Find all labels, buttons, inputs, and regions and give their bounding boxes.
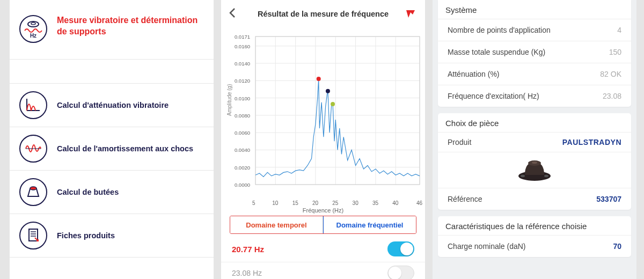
svg-point-36 — [532, 161, 537, 164]
result-header: Résultat de la mesure de fréquence — [221, 0, 425, 28]
chart-x-axis-label: Fréquence (Hz) — [230, 207, 416, 214]
system-label: Atténuation (%) — [448, 70, 500, 78]
vibration-icon: Hz — [19, 15, 47, 43]
svg-point-29 — [317, 77, 321, 81]
brand-logo-icon — [405, 8, 416, 22]
menu-item-shock-damping[interactable]: Calcul de l'amortissement aux chocs — [10, 127, 214, 171]
x-tick: 20 — [312, 200, 318, 206]
document-icon — [19, 222, 47, 249]
svg-point-31 — [331, 102, 335, 106]
characteristics-title: Caractéristiques de la référence choisie — [438, 222, 631, 235]
char-value: 70 — [613, 242, 621, 251]
y-tick: 0.0000 — [231, 182, 250, 188]
tab-time-domain[interactable]: Domaine temporel — [230, 216, 323, 233]
freq-1-toggle[interactable] — [387, 241, 414, 256]
y-tick: 0.0020 — [231, 165, 250, 171]
tab-frequency-domain[interactable]: Domaine fréquentiel — [323, 216, 416, 233]
system-title: Système — [438, 5, 631, 19]
y-tick: 0.0040 — [231, 147, 250, 153]
menu-label: Mesure vibratoire et détermination de su… — [57, 15, 204, 38]
y-tick: 0.0080 — [231, 113, 250, 119]
page-title: Résultat de la mesure de fréquence — [258, 10, 389, 18]
system-row[interactable]: Fréquence d'excitation( Hz)23.08 — [438, 85, 631, 107]
svg-point-4 — [30, 187, 36, 190]
menu-spacer — [10, 60, 214, 84]
menu-item-attenuation[interactable]: Calcul d'atténuation vibratoire — [10, 84, 214, 127]
domain-toggle: Domaine temporel Domaine fréquentiel — [230, 216, 416, 234]
menu-label: Fiches produits — [57, 231, 115, 240]
system-label: Fréquence d'excitation( Hz) — [448, 92, 539, 100]
shock-icon — [19, 135, 47, 163]
system-value: 82 OK — [600, 70, 621, 78]
system-row[interactable]: Nombre de points d'application4 — [438, 19, 631, 41]
system-value: 4 — [617, 26, 621, 34]
y-tick: 0.0120 — [231, 78, 250, 84]
freq-row-2: 23.08 Hz — [221, 262, 425, 279]
back-button[interactable] — [229, 8, 236, 21]
piece-card: Choix de pièce Produit PAULSTRADYN Référ… — [438, 113, 631, 210]
system-row[interactable]: Masse totale suspendue (Kg)150 — [438, 41, 631, 63]
x-tick: 40 — [392, 200, 398, 206]
product-row[interactable]: Produit PAULSTRADYN — [438, 132, 631, 152]
svg-text:Hz: Hz — [30, 33, 36, 39]
system-value: 23.08 — [603, 92, 621, 100]
menu-label: Calcul d'atténuation vibratoire — [57, 101, 169, 109]
peak-frequency-1: 20.77 Hz — [232, 245, 264, 254]
system-label: Nombre de points d'application — [448, 26, 551, 34]
menu-item-product-sheets[interactable]: Fiches produits — [10, 214, 214, 258]
x-tick: 46 — [416, 200, 422, 206]
menu-pane: Hz Mesure vibratoire et détermination de… — [10, 0, 214, 279]
svg-rect-28 — [255, 36, 420, 185]
menu-label: Calcul de butées — [57, 188, 119, 196]
menu-label: Calcul de l'amortissement aux chocs — [57, 144, 193, 153]
svg-point-1 — [31, 23, 35, 25]
attenuation-icon — [19, 91, 47, 119]
y-tick: 0.0060 — [231, 130, 250, 136]
product-image-row — [438, 152, 631, 188]
y-tick: 0.0140 — [231, 61, 250, 67]
x-tick: 15 — [292, 200, 298, 206]
system-value: 150 — [609, 48, 621, 56]
y-tick: 0.0160 — [231, 43, 250, 49]
reference-label: Référence — [448, 195, 482, 203]
system-label: Masse totale suspendue (Kg) — [448, 48, 545, 56]
detail-pane: Système Nombre de points d'application4M… — [433, 0, 636, 279]
char-label: Charge nominale (daN) — [448, 242, 526, 251]
menu-item-vibration-measure[interactable]: Hz Mesure vibratoire et détermination de… — [10, 12, 214, 60]
product-image-icon — [513, 156, 556, 182]
stops-icon — [19, 178, 47, 206]
x-tick: 25 — [332, 200, 338, 206]
svg-point-33 — [521, 175, 525, 177]
characteristics-card: Caractéristiques de la référence choisie… — [438, 216, 631, 257]
y-tick: 0.0171 — [231, 34, 250, 40]
x-tick: 5 — [252, 200, 255, 206]
reference-value: 533707 — [596, 195, 621, 203]
piece-title: Choix de pièce — [438, 119, 631, 132]
y-tick: 0.0100 — [231, 96, 250, 101]
chart-canvas — [246, 33, 423, 200]
system-card: Système Nombre de points d'application4M… — [438, 0, 631, 107]
result-pane: Résultat de la mesure de fréquence Ampli… — [221, 0, 425, 279]
product-label: Produit — [448, 138, 471, 146]
product-name: PAULSTRADYN — [562, 138, 621, 146]
svg-point-30 — [326, 89, 330, 93]
x-tick: 30 — [353, 200, 358, 206]
peak-frequency-2: 23.08 Hz — [232, 269, 262, 277]
freq-2-toggle[interactable] — [387, 266, 414, 279]
x-tick: 10 — [272, 200, 278, 206]
system-row[interactable]: Atténuation (%)82 OK — [438, 63, 631, 85]
x-tick: 35 — [372, 200, 378, 206]
reference-row[interactable]: Référence 533707 — [438, 188, 631, 210]
menu-item-stops-calc[interactable]: Calcul de butées — [10, 171, 214, 214]
freq-row-1: 20.77 Hz — [221, 234, 425, 262]
char-row[interactable]: Charge nominale (daN)70 — [438, 235, 631, 257]
svg-point-34 — [544, 175, 548, 177]
frequency-chart: Amplitude (g) 0.00000.00200.00400.00600.… — [230, 30, 416, 212]
